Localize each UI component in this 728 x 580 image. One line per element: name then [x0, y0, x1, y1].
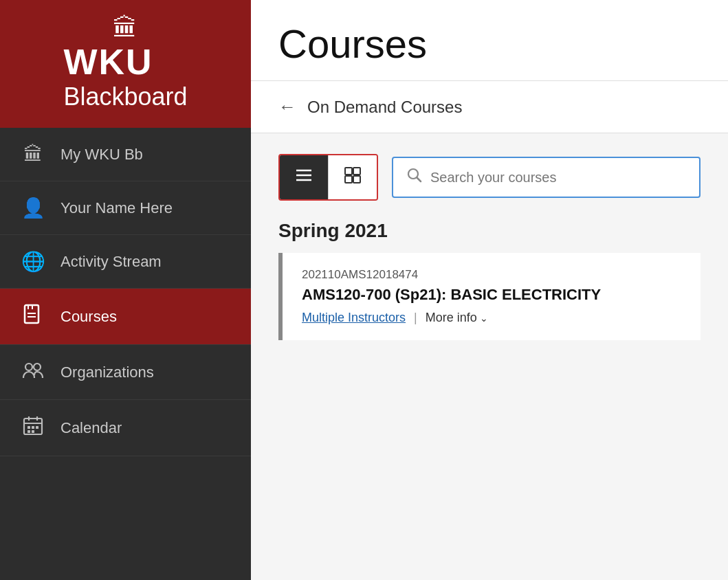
- wku-building-icon: 🏛: [63, 14, 187, 43]
- logo-bb-text: Blackboard: [63, 82, 187, 111]
- sidebar-item-label: Courses: [60, 308, 117, 326]
- logo-text: 🏛 WKU Blackboard: [63, 14, 187, 111]
- svg-rect-13: [36, 426, 38, 429]
- on-demand-label: On Demand Courses: [307, 98, 462, 117]
- svg-rect-11: [27, 426, 30, 429]
- svg-rect-12: [32, 426, 34, 429]
- instructors-link[interactable]: Multiple Instructors: [302, 311, 406, 325]
- sidebar-item-label: Organizations: [60, 364, 154, 381]
- course-meta: Multiple Instructors | More info ⌄: [302, 311, 681, 325]
- svg-rect-21: [345, 176, 352, 183]
- more-info-button[interactable]: More info ⌄: [426, 311, 488, 325]
- sidebar-item-your-name[interactable]: 👤 Your Name Here: [0, 181, 251, 235]
- svg-rect-2: [32, 305, 33, 309]
- meta-divider: |: [414, 311, 417, 325]
- svg-rect-22: [353, 176, 360, 183]
- person-icon: 👤: [21, 197, 45, 219]
- search-input[interactable]: [430, 170, 685, 186]
- course-name: AMS120-700 (Sp21): BASIC ELECTRICITY: [302, 286, 681, 304]
- svg-rect-19: [345, 168, 352, 175]
- sidebar-item-courses[interactable]: Courses: [0, 289, 251, 345]
- sidebar: 🏛 WKU Blackboard 🏛 My WKU Bb 👤 Your Name…: [0, 0, 251, 580]
- semester-heading: Spring 2021: [278, 220, 701, 242]
- sidebar-item-organizations[interactable]: Organizations: [0, 345, 251, 400]
- svg-rect-1: [27, 305, 29, 309]
- sidebar-item-label: Calendar: [60, 419, 122, 437]
- globe-icon: 🌐: [21, 250, 45, 273]
- toolbar: [278, 154, 701, 201]
- logo-wku-text: WKU: [63, 44, 187, 80]
- sidebar-item-label: Activity Stream: [60, 253, 162, 271]
- calendar-icon: [21, 415, 45, 440]
- sidebar-item-label: Your Name Here: [60, 199, 173, 217]
- sidebar-item-my-wku[interactable]: 🏛 My WKU Bb: [0, 128, 251, 181]
- svg-point-6: [34, 364, 41, 370]
- courses-icon: [21, 304, 45, 329]
- chevron-down-icon: ⌄: [480, 313, 488, 324]
- search-icon: [407, 168, 422, 187]
- svg-rect-14: [27, 430, 30, 433]
- list-view-button[interactable]: [280, 155, 328, 199]
- institution-icon: 🏛: [21, 143, 45, 166]
- back-arrow-icon: ←: [278, 96, 296, 118]
- svg-point-5: [25, 364, 32, 370]
- main-content: Courses ← On Demand Courses: [251, 0, 728, 580]
- sidebar-nav: 🏛 My WKU Bb 👤 Your Name Here 🌐 Activity …: [0, 128, 251, 580]
- sidebar-item-label: My WKU Bb: [60, 146, 143, 164]
- main-header: Courses: [251, 0, 728, 81]
- course-card: 202110AMS12018474 AMS120-700 (Sp21): BAS…: [278, 253, 701, 340]
- svg-line-24: [417, 178, 421, 182]
- grid-view-button[interactable]: [328, 155, 377, 199]
- sidebar-item-calendar[interactable]: Calendar: [0, 400, 251, 456]
- svg-rect-15: [32, 430, 34, 433]
- sidebar-item-activity-stream[interactable]: 🌐 Activity Stream: [0, 235, 251, 289]
- search-box[interactable]: [392, 157, 701, 198]
- svg-rect-20: [353, 168, 360, 175]
- sidebar-logo: 🏛 WKU Blackboard: [0, 0, 251, 128]
- page-title: Courses: [278, 21, 701, 67]
- organizations-icon: [21, 360, 45, 384]
- content-area: Spring 2021 202110AMS12018474 AMS120-700…: [251, 133, 728, 580]
- course-id: 202110AMS12018474: [302, 268, 681, 282]
- on-demand-row[interactable]: ← On Demand Courses: [251, 81, 728, 133]
- view-toggle: [278, 154, 378, 201]
